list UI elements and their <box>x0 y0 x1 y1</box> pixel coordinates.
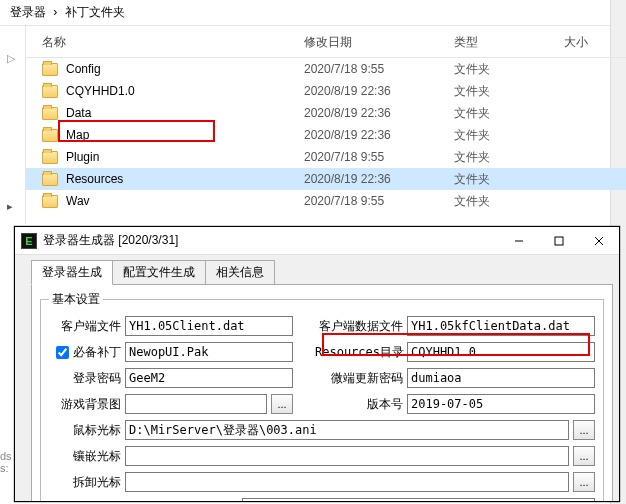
input-version[interactable] <box>407 394 595 414</box>
item-date: 2020/7/18 9:55 <box>304 150 454 164</box>
header-name[interactable]: 名称 <box>42 34 304 51</box>
label-client-data-file: 客户端数据文件 <box>315 318 403 335</box>
input-res-dir[interactable] <box>407 342 595 362</box>
item-date: 2020/8/19 22:36 <box>304 128 454 142</box>
header-size[interactable]: 大小 <box>564 34 624 51</box>
label-remove-cursor: 拆卸光标 <box>49 474 121 491</box>
item-name: Data <box>66 106 304 120</box>
folder-icon <box>42 195 58 208</box>
label-client-file: 客户端文件 <box>49 318 121 335</box>
item-name: CQYHHD1.0 <box>66 84 304 98</box>
folder-icon <box>42 85 58 98</box>
list-item[interactable]: Config 2020/7/18 9:55 文件夹 <box>26 58 626 80</box>
label-popup: 版本不符弹出网页 <box>142 500 238 502</box>
svg-rect-1 <box>555 237 563 245</box>
tree-pane[interactable]: ▷ ▸ <box>0 24 26 224</box>
browse-cursor-button[interactable]: ... <box>573 420 595 440</box>
item-type: 文件夹 <box>454 193 564 210</box>
input-cursor[interactable] <box>125 420 569 440</box>
folder-icon <box>42 151 58 164</box>
tab-config[interactable]: 配置文件生成 <box>112 260 206 285</box>
input-patch[interactable] <box>125 342 293 362</box>
breadcrumb[interactable]: 登录器 › 补丁文件夹 <box>0 0 626 26</box>
app-icon: E <box>21 233 37 249</box>
list-item[interactable]: Data 2020/8/19 22:36 文件夹 <box>26 102 626 124</box>
item-date: 2020/8/19 22:36 <box>304 172 454 186</box>
file-list: 名称 修改日期 类型 大小 Config 2020/7/18 9:55 文件夹 … <box>26 28 626 212</box>
minimize-button[interactable] <box>499 227 539 255</box>
label-version: 版本号 <box>315 396 403 413</box>
label-res-dir: Resources目录 <box>315 344 403 361</box>
list-item[interactable]: Map 2020/8/19 22:36 文件夹 <box>26 124 626 146</box>
input-client-data-file[interactable] <box>407 316 595 336</box>
label-bg-img: 游戏背景图 <box>49 396 121 413</box>
item-type: 文件夹 <box>454 105 564 122</box>
input-popup-url[interactable] <box>242 498 595 501</box>
checkbox-patch-input[interactable] <box>56 346 69 359</box>
breadcrumb-part[interactable]: 补丁文件夹 <box>63 5 127 19</box>
item-date: 2020/8/19 22:36 <box>304 84 454 98</box>
label-patch: 必备补丁 <box>73 344 121 361</box>
browse-remove-cursor-button[interactable]: ... <box>573 472 595 492</box>
chevron-right-icon: › <box>51 5 59 19</box>
tab-bar: 登录器生成 配置文件生成 相关信息 <box>31 260 613 285</box>
browse-bg-button[interactable]: ... <box>271 394 293 414</box>
group-title: 基本设置 <box>49 291 103 308</box>
list-item[interactable]: Resources 2020/8/19 22:36 文件夹 <box>26 168 626 190</box>
tab-info[interactable]: 相关信息 <box>205 260 275 285</box>
item-name: Config <box>66 62 304 76</box>
item-name: Wav <box>66 194 304 208</box>
generator-dialog: E 登录器生成器 [2020/3/31] 登录器生成 配置文件生成 相关信息 基… <box>14 226 620 502</box>
tab-generate[interactable]: 登录器生成 <box>31 260 113 285</box>
input-embed-cursor[interactable] <box>125 446 569 466</box>
folder-icon <box>42 129 58 142</box>
cropped-text: dss: <box>0 450 12 474</box>
close-button[interactable] <box>579 227 619 255</box>
item-name: Resources <box>66 172 304 186</box>
header-type[interactable]: 类型 <box>454 34 564 51</box>
column-headers[interactable]: 名称 修改日期 类型 大小 <box>26 28 626 58</box>
browse-embed-cursor-button[interactable]: ... <box>573 446 595 466</box>
label-login-pwd: 登录密码 <box>49 370 121 387</box>
item-name: Plugin <box>66 150 304 164</box>
maximize-button[interactable] <box>539 227 579 255</box>
label-micro-pwd: 微端更新密码 <box>315 370 403 387</box>
chevron-right-icon[interactable]: ▸ <box>7 200 13 213</box>
input-micro-pwd[interactable] <box>407 368 595 388</box>
folder-icon <box>42 173 58 186</box>
list-item[interactable]: Plugin 2020/7/18 9:55 文件夹 <box>26 146 626 168</box>
window-title: 登录器生成器 [2020/3/31] <box>43 232 499 249</box>
item-date: 2020/7/18 9:55 <box>304 62 454 76</box>
group-basic: 基本设置 客户端文件 客户端数据文件 必备补丁 <box>40 291 604 501</box>
item-type: 文件夹 <box>454 61 564 78</box>
titlebar[interactable]: E 登录器生成器 [2020/3/31] <box>15 227 619 255</box>
tab-panel: 基本设置 客户端文件 客户端数据文件 必备补丁 <box>31 284 613 501</box>
breadcrumb-part[interactable]: 登录器 <box>8 5 48 19</box>
list-item[interactable]: Wav 2020/7/18 9:55 文件夹 <box>26 190 626 212</box>
list-item[interactable]: CQYHHD1.0 2020/8/19 22:36 文件夹 <box>26 80 626 102</box>
item-date: 2020/7/18 9:55 <box>304 194 454 208</box>
input-remove-cursor[interactable] <box>125 472 569 492</box>
item-date: 2020/8/19 22:36 <box>304 106 454 120</box>
label-cursor: 鼠标光标 <box>49 422 121 439</box>
header-date[interactable]: 修改日期 <box>304 34 454 51</box>
item-type: 文件夹 <box>454 127 564 144</box>
item-name: Map <box>66 128 304 142</box>
folder-icon <box>42 63 58 76</box>
label-embed-cursor: 镶嵌光标 <box>49 448 121 465</box>
input-client-file[interactable] <box>125 316 293 336</box>
checkbox-patch[interactable]: 必备补丁 <box>49 344 121 361</box>
folder-icon <box>42 107 58 120</box>
chevron-right-icon[interactable]: ▷ <box>7 52 15 65</box>
item-type: 文件夹 <box>454 171 564 188</box>
item-type: 文件夹 <box>454 149 564 166</box>
input-login-pwd[interactable] <box>125 368 293 388</box>
input-bg-img[interactable] <box>125 394 267 414</box>
checkbox-popup[interactable]: 版本不符弹出网页 <box>125 500 238 502</box>
item-type: 文件夹 <box>454 83 564 100</box>
